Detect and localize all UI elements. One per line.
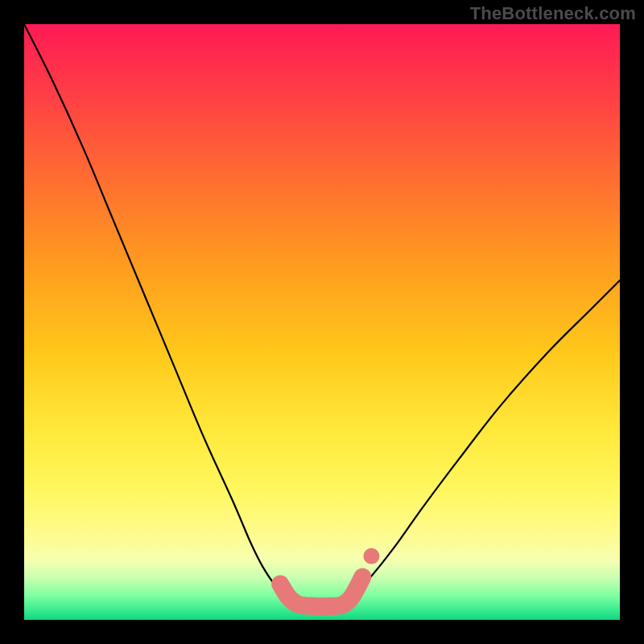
highlight-dot [363,548,379,564]
watermark-text: TheBottleneck.com [470,3,636,24]
plot-area [24,24,620,620]
chart-svg [24,24,620,620]
marker-layer [280,548,379,606]
left-curve [24,24,287,596]
outer-frame: TheBottleneck.com [0,0,644,644]
highlight-segment [280,577,362,607]
curve-layer [24,24,620,596]
right-curve [352,280,620,596]
